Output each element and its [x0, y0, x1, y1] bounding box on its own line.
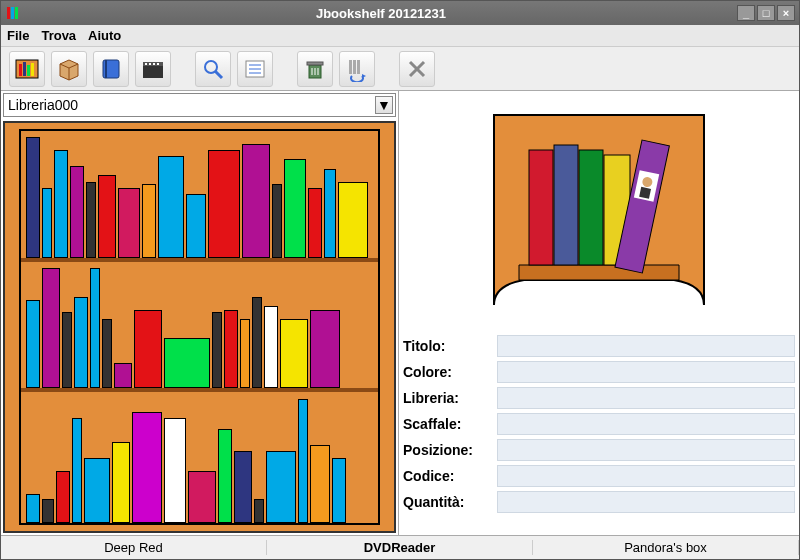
- movie-button[interactable]: [135, 51, 171, 87]
- window-title: Jbookshelf 20121231: [25, 6, 737, 21]
- svg-line-17: [215, 71, 222, 78]
- field-label-shelf: Scaffale:: [403, 416, 493, 432]
- book-spine[interactable]: [132, 412, 162, 523]
- book-spine[interactable]: [90, 268, 100, 388]
- shelf-row: [21, 392, 378, 523]
- search-button[interactable]: [195, 51, 231, 87]
- book-spine[interactable]: [62, 312, 72, 388]
- status-right: Pandora's box: [533, 540, 799, 555]
- status-center: DVDReader: [267, 540, 533, 555]
- book-spine[interactable]: [158, 156, 184, 257]
- svg-rect-1: [11, 7, 14, 19]
- book-spine[interactable]: [42, 268, 60, 388]
- trash-button[interactable]: [297, 51, 333, 87]
- book-spine[interactable]: [224, 310, 238, 389]
- field-label-position: Posizione:: [403, 442, 493, 458]
- book-spine[interactable]: [118, 188, 140, 258]
- menu-find[interactable]: Trova: [41, 28, 76, 43]
- shelf-row: [21, 262, 378, 393]
- svg-rect-9: [105, 60, 107, 78]
- book-spine[interactable]: [298, 399, 308, 523]
- book-spine[interactable]: [74, 297, 88, 388]
- book-spine[interactable]: [308, 188, 322, 258]
- svg-rect-34: [554, 145, 578, 265]
- book-spine[interactable]: [284, 159, 306, 258]
- book-spine[interactable]: [54, 150, 68, 258]
- svg-rect-12: [145, 63, 147, 65]
- book-spine[interactable]: [242, 144, 270, 258]
- field-value-shelf[interactable]: [497, 413, 795, 435]
- book-spine[interactable]: [310, 445, 330, 523]
- svg-rect-5: [23, 62, 26, 76]
- field-value-title[interactable]: [497, 335, 795, 357]
- book-spine[interactable]: [42, 188, 52, 258]
- book-spine[interactable]: [186, 194, 206, 257]
- book-spine[interactable]: [240, 319, 250, 389]
- book-spine[interactable]: [252, 297, 262, 388]
- svg-rect-15: [157, 63, 159, 65]
- svg-rect-10: [143, 66, 163, 78]
- book-spine[interactable]: [98, 175, 116, 257]
- book-spine[interactable]: [280, 319, 308, 389]
- library-button[interactable]: [9, 51, 45, 87]
- book-spine[interactable]: [142, 184, 156, 257]
- field-value-position[interactable]: [497, 439, 795, 461]
- book-spine[interactable]: [164, 338, 210, 389]
- svg-rect-14: [153, 63, 155, 65]
- refresh-shelf-button[interactable]: [339, 51, 375, 87]
- book-spine[interactable]: [86, 182, 96, 258]
- menu-file[interactable]: File: [7, 28, 29, 43]
- book-spine[interactable]: [42, 499, 54, 523]
- book-spine[interactable]: [26, 137, 40, 257]
- details-panel: Titolo: Colore: Libreria: Scaffale: Posi…: [403, 333, 795, 515]
- book-spine[interactable]: [112, 442, 130, 523]
- dropdown-arrow-icon[interactable]: ▼: [375, 96, 393, 114]
- field-label-quantity: Quantità:: [403, 494, 493, 510]
- book-spine[interactable]: [70, 166, 84, 257]
- book-spine[interactable]: [212, 312, 222, 388]
- menu-help[interactable]: Aiuto: [88, 28, 121, 43]
- field-value-color[interactable]: [497, 361, 795, 383]
- book-spine[interactable]: [310, 310, 340, 389]
- delete-button[interactable]: [399, 51, 435, 87]
- book-spine[interactable]: [56, 471, 70, 523]
- book-spine[interactable]: [338, 182, 368, 258]
- box-button[interactable]: [51, 51, 87, 87]
- library-combo[interactable]: Libreria000 ▼: [3, 93, 396, 117]
- book-spine[interactable]: [266, 451, 296, 523]
- book-spine[interactable]: [218, 429, 232, 523]
- svg-rect-13: [149, 63, 151, 65]
- field-value-code[interactable]: [497, 465, 795, 487]
- book-button[interactable]: [93, 51, 129, 87]
- book-spine[interactable]: [208, 150, 240, 258]
- statusbar: Deep Red DVDReader Pandora's box: [1, 535, 799, 559]
- maximize-button[interactable]: □: [757, 5, 775, 21]
- book-spine[interactable]: [254, 499, 264, 523]
- minimize-button[interactable]: _: [737, 5, 755, 21]
- titlebar: Jbookshelf 20121231 _ □ ×: [1, 1, 799, 25]
- status-left: Deep Red: [1, 540, 267, 555]
- book-spine[interactable]: [72, 418, 82, 523]
- book-spine[interactable]: [84, 458, 110, 523]
- book-spine[interactable]: [332, 458, 346, 523]
- book-spine[interactable]: [114, 363, 132, 388]
- book-spine[interactable]: [26, 494, 40, 523]
- book-spine[interactable]: [134, 310, 162, 389]
- book-spine[interactable]: [272, 184, 282, 257]
- book-spine[interactable]: [324, 169, 336, 258]
- book-spine[interactable]: [234, 451, 252, 523]
- close-button[interactable]: ×: [777, 5, 795, 21]
- book-spine[interactable]: [264, 306, 278, 388]
- book-spine[interactable]: [26, 300, 40, 389]
- field-value-library[interactable]: [497, 387, 795, 409]
- book-spine[interactable]: [188, 471, 216, 523]
- book-spine[interactable]: [164, 418, 186, 523]
- bookshelf-view[interactable]: [3, 121, 396, 533]
- svg-rect-23: [307, 62, 323, 65]
- app-icon: [5, 5, 21, 21]
- svg-rect-7: [31, 63, 34, 76]
- field-value-quantity[interactable]: [497, 491, 795, 513]
- book-spine[interactable]: [102, 319, 112, 389]
- list-button[interactable]: [237, 51, 273, 87]
- svg-rect-29: [357, 60, 360, 74]
